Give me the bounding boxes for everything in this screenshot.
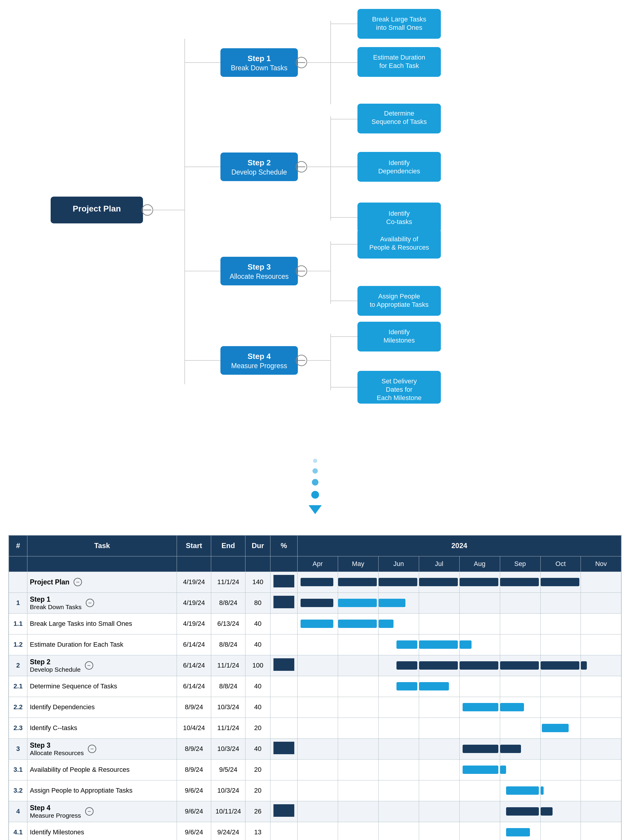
gantt-bar xyxy=(500,661,539,669)
cell-task: Step 4 Measure Progress − xyxy=(27,801,177,822)
cell-dur: 40 xyxy=(245,634,270,655)
cell-pct xyxy=(270,572,297,592)
gantt-bar xyxy=(500,745,521,753)
svg-text:Co-tasks: Co-tasks xyxy=(386,218,412,226)
svg-rect-35 xyxy=(357,152,441,182)
table-row: 3.2 Assign People to Approptiate Tasks 9… xyxy=(9,780,621,801)
svg-text:Estimate Duration: Estimate Duration xyxy=(373,54,425,61)
cell-gantt-jul xyxy=(419,822,459,840)
svg-text:Break Down Tasks: Break Down Tasks xyxy=(231,64,287,72)
gantt-bar xyxy=(379,620,393,628)
collapse-icon[interactable]: − xyxy=(86,599,94,607)
cell-pct xyxy=(270,676,297,697)
cell-gantt-oct xyxy=(540,613,581,634)
cell-gantt-oct xyxy=(540,655,581,676)
cell-start: 8/9/24 xyxy=(177,739,211,759)
th-end: End xyxy=(211,535,245,556)
table-row: 3 Step 3 Allocate Resources − 8/9/24 10/… xyxy=(9,739,621,759)
cell-end: 10/11/24 xyxy=(211,801,245,822)
cell-task: Project Plan − xyxy=(27,572,177,592)
cell-start: 4/19/24 xyxy=(177,592,211,613)
pct-bar xyxy=(273,804,294,817)
cell-gantt-sep xyxy=(500,822,540,840)
gantt-bar xyxy=(379,578,417,586)
cell-gantt-jul xyxy=(419,572,459,592)
cell-gantt-apr xyxy=(297,697,338,718)
gantt-bar xyxy=(396,661,417,669)
cell-gantt-aug xyxy=(459,759,500,780)
cell-gantt-jun xyxy=(378,676,419,697)
dot-2 xyxy=(313,468,318,474)
collapse-icon[interactable]: − xyxy=(85,807,93,816)
cell-num: 2.3 xyxy=(9,718,27,739)
cell-gantt-nov xyxy=(581,655,621,676)
dot-3 xyxy=(312,479,319,486)
gantt-bar xyxy=(541,578,579,586)
gantt-table: # Task Start End Dur % 2024 Apr May Jun … xyxy=(8,535,622,840)
collapse-icon[interactable]: − xyxy=(88,745,96,753)
cell-gantt-oct xyxy=(540,634,581,655)
connector-dots xyxy=(306,447,324,523)
svg-text:to Approptiate Tasks: to Approptiate Tasks xyxy=(369,301,429,308)
cell-dur: 40 xyxy=(245,676,270,697)
gantt-bar xyxy=(463,766,498,774)
cell-pct xyxy=(270,739,297,759)
cell-num: 1.1 xyxy=(9,613,27,634)
arrow-down-icon xyxy=(309,505,322,514)
cell-gantt-may xyxy=(338,592,378,613)
cell-task: Identify Milestones xyxy=(27,822,177,840)
cell-num: 2.1 xyxy=(9,676,27,697)
cell-gantt-jun xyxy=(378,613,419,634)
table-row: 2.2 Identify Dependencies 8/9/24 10/3/24… xyxy=(9,697,621,718)
gantt-bar xyxy=(506,807,539,816)
cell-gantt-oct xyxy=(540,572,581,592)
gantt-bar xyxy=(506,786,539,795)
th-month-sep: Sep xyxy=(500,556,540,572)
mindmap-section: Project Plan Step 1 Break Down Tasks Bre… xyxy=(0,0,630,447)
task-title: Step 1 xyxy=(30,595,82,603)
cell-task: Step 3 Allocate Resources − xyxy=(27,739,177,759)
cell-gantt-apr xyxy=(297,718,338,739)
table-row: 4 Step 4 Measure Progress − 9/6/24 10/11… xyxy=(9,801,621,822)
gantt-bar xyxy=(338,599,377,607)
collapse-icon[interactable]: − xyxy=(85,661,93,669)
cell-gantt-jun xyxy=(378,697,419,718)
cell-gantt-jun xyxy=(378,780,419,801)
collapse-icon[interactable]: − xyxy=(74,578,82,586)
gantt-bar xyxy=(541,786,544,795)
table-row: 2.1 Determine Sequence of Tasks 6/14/24 … xyxy=(9,676,621,697)
cell-gantt-apr xyxy=(297,572,338,592)
gantt-bar xyxy=(396,682,417,690)
cell-pct xyxy=(270,780,297,801)
pct-bar xyxy=(273,596,294,608)
cell-gantt-aug xyxy=(459,634,500,655)
cell-pct xyxy=(270,759,297,780)
cell-end: 10/3/24 xyxy=(211,780,245,801)
gantt-bar xyxy=(419,661,458,669)
pct-bar xyxy=(273,658,294,671)
gantt-bar xyxy=(300,599,333,607)
cell-task: Estimate Duration for Each Task xyxy=(27,634,177,655)
gantt-header-top: # Task Start End Dur % 2024 xyxy=(9,535,621,556)
svg-text:Break Large Tasks: Break Large Tasks xyxy=(372,16,426,23)
svg-text:Allocate Resources: Allocate Resources xyxy=(230,273,289,280)
cell-gantt-jun xyxy=(378,572,419,592)
th-num: # xyxy=(9,535,27,556)
cell-gantt-apr xyxy=(297,759,338,780)
cell-gantt-may xyxy=(338,697,378,718)
cell-gantt-aug xyxy=(459,801,500,822)
cell-dur: 40 xyxy=(245,613,270,634)
task-title: Step 3 xyxy=(30,741,84,750)
svg-text:Identify: Identify xyxy=(389,210,410,217)
cell-num: 3 xyxy=(9,739,27,759)
cell-gantt-nov xyxy=(581,739,621,759)
cell-gantt-jul xyxy=(419,718,459,739)
svg-text:Availability of: Availability of xyxy=(380,235,418,243)
cell-gantt-may xyxy=(338,634,378,655)
cell-start: 9/6/24 xyxy=(177,780,211,801)
cell-gantt-oct xyxy=(540,780,581,801)
cell-gantt-oct xyxy=(540,822,581,840)
cell-gantt-sep xyxy=(500,655,540,676)
cell-gantt-nov xyxy=(581,759,621,780)
cell-dur: 20 xyxy=(245,759,270,780)
